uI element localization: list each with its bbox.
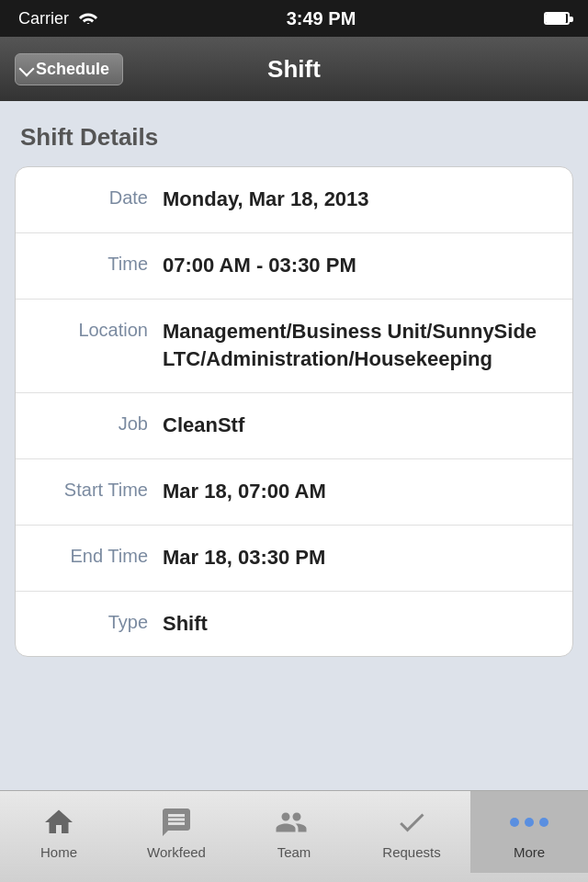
section-title: Shift Details	[15, 123, 573, 152]
tab-item-more[interactable]: More	[470, 791, 588, 873]
detail-row: Start TimeMar 18, 07:00 AM	[16, 459, 572, 526]
detail-value: CleanStf	[163, 412, 554, 440]
workfeed-icon	[156, 804, 197, 841]
nav-title: Shift	[267, 55, 321, 84]
tab-label-home: Home	[40, 844, 77, 860]
detail-value: Monday, Mar 18, 2013	[163, 186, 554, 214]
status-bar: Carrier 3:49 PM	[0, 0, 588, 37]
detail-label: Type	[34, 610, 163, 633]
detail-label: Date	[34, 186, 163, 209]
detail-label: Start Time	[34, 478, 163, 501]
tab-item-workfeed[interactable]: Workfeed	[118, 791, 235, 873]
wifi-icon	[78, 9, 98, 28]
detail-value: Mar 18, 03:30 PM	[163, 544, 554, 572]
detail-value: Management/Business Unit/SunnySide LTC/A…	[163, 318, 554, 375]
detail-row: Time07:00 AM - 03:30 PM	[16, 233, 572, 300]
status-bar-left: Carrier	[18, 9, 98, 28]
detail-value: Mar 18, 07:00 AM	[163, 478, 554, 506]
detail-row: End TimeMar 18, 03:30 PM	[16, 526, 572, 592]
detail-label: Time	[34, 252, 163, 275]
nav-bar: Schedule Shift	[0, 37, 588, 101]
requests-icon	[391, 804, 432, 841]
detail-value: 07:00 AM - 03:30 PM	[163, 252, 554, 280]
tab-label-requests: Requests	[382, 844, 440, 860]
detail-label: Location	[34, 318, 163, 341]
tab-item-requests[interactable]: Requests	[353, 791, 470, 873]
detail-row: JobCleanStf	[16, 393, 572, 459]
tab-label-team: Team	[277, 844, 311, 860]
tab-item-home[interactable]: Home	[0, 791, 118, 873]
status-bar-right	[544, 12, 570, 25]
detail-row: DateMonday, Mar 18, 2013	[16, 167, 572, 233]
team-icon	[274, 804, 314, 841]
status-bar-time: 3:49 PM	[287, 8, 356, 29]
more-icon	[509, 804, 549, 841]
battery-icon	[544, 12, 570, 25]
carrier-label: Carrier	[18, 9, 69, 28]
tab-item-team[interactable]: Team	[235, 791, 353, 873]
detail-label: Job	[34, 412, 163, 435]
home-icon	[39, 804, 79, 841]
tab-label-workfeed: Workfeed	[147, 844, 206, 860]
detail-label: End Time	[34, 544, 163, 567]
detail-row: TypeShift	[16, 592, 572, 657]
detail-value: Shift	[163, 610, 554, 639]
tab-label-more: More	[514, 844, 545, 860]
tab-bar: HomeWorkfeedTeamRequestsMore	[0, 790, 588, 882]
main-content: Shift Details DateMonday, Mar 18, 2013Ti…	[0, 101, 588, 790]
detail-row: LocationManagement/Business Unit/SunnySi…	[16, 300, 572, 394]
back-button[interactable]: Schedule	[15, 53, 123, 85]
detail-card: DateMonday, Mar 18, 2013Time07:00 AM - 0…	[15, 166, 573, 657]
